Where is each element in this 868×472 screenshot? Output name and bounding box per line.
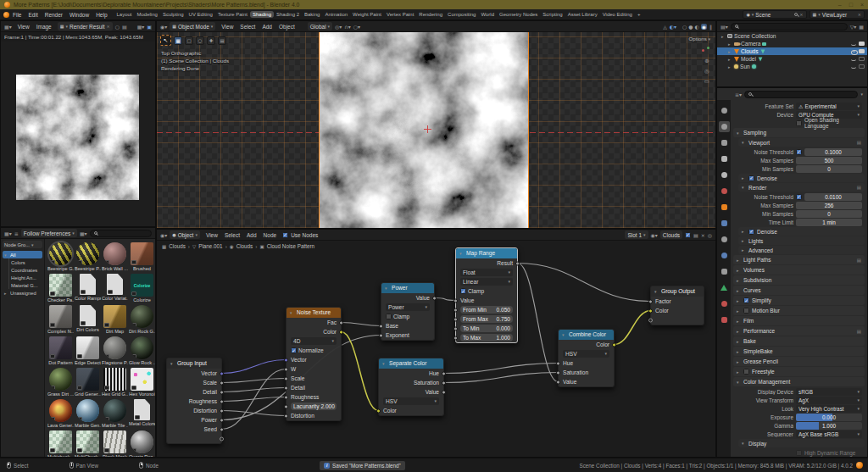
properties-tab-render[interactable]	[719, 121, 730, 132]
image-pin-icon[interactable]: ▣	[147, 24, 152, 30]
checkbox[interactable]	[743, 308, 749, 314]
slider-exposure[interactable]: 0.000	[796, 414, 862, 421]
outliner-item-camera[interactable]: ▸Camera	[717, 40, 867, 47]
breadcrumb-item[interactable]: Clouds	[169, 243, 186, 249]
prop-advanced[interactable]: ▸Advanced	[738, 246, 865, 254]
properties-tab-output[interactable]	[719, 137, 730, 148]
disable-in-renders-icon[interactable]	[859, 42, 865, 46]
options-dropdown[interactable]: Options ▾	[688, 36, 710, 42]
socket-color[interactable]	[339, 330, 343, 334]
shader-menu-view[interactable]: View	[203, 232, 221, 238]
field-min-samples[interactable]: 0	[796, 210, 862, 218]
workspace-tab-shading-2[interactable]: Shading 2	[274, 11, 302, 18]
socket-exponent[interactable]	[379, 333, 383, 337]
catalog-unassigned[interactable]: ▸Unassigned	[3, 289, 42, 297]
select-tool-button[interactable]: ↖	[160, 35, 171, 46]
pause-render-button[interactable]: ‖	[709, 24, 712, 30]
mode-selector[interactable]: ▦Object Mode▾	[170, 22, 215, 31]
slider-gamma[interactable]: 1.000	[796, 422, 862, 430]
asset-item-grass-dirt[interactable]: Grass Dirt ...	[47, 368, 74, 397]
solid-shading-icon[interactable]: ●	[688, 24, 693, 30]
overlays-icon[interactable]: ◐▾	[670, 24, 676, 30]
tweak-tool-button[interactable]: ▦	[174, 36, 182, 45]
node-select-linear[interactable]: Linear▾	[460, 278, 513, 286]
workspace-tab-geometry-nodes[interactable]: Geometry Nodes	[497, 11, 540, 18]
checkbox[interactable]	[796, 149, 802, 155]
app-menu-icon[interactable]	[3, 12, 9, 18]
workspace-tab-rendering[interactable]: Rendering	[416, 11, 445, 18]
menu-render[interactable]: Render	[42, 12, 66, 18]
unlink-icon[interactable]: ×	[107, 24, 110, 29]
workspace-tab-sculpting[interactable]: Sculpting	[160, 11, 186, 18]
properties-tab-object[interactable]	[719, 202, 730, 213]
asset-item-quartz-roc[interactable]: Quartz Roc...	[129, 430, 155, 457]
menu-edit[interactable]: Edit	[25, 12, 41, 18]
menu-help[interactable]: Help	[92, 12, 110, 18]
socket-to-max[interactable]	[453, 336, 458, 340]
socket-factor[interactable]	[648, 299, 653, 303]
prop-color-management[interactable]: ▾Color Management	[733, 377, 865, 386]
asset-item-beestripe-p[interactable]: Beestripe P...	[75, 242, 101, 272]
checkbox[interactable]	[796, 120, 802, 126]
display-settings-icon[interactable]: ▦▾	[80, 230, 87, 236]
prop-lights[interactable]: ▸Lights	[738, 236, 865, 245]
select-feature-set[interactable]: ⚠Experimental▾	[796, 103, 862, 110]
node-separate-color[interactable]: ▾Separate ColorHueSaturationValueHSV▾Col…	[378, 358, 444, 416]
socket-roughness[interactable]	[220, 399, 224, 403]
node-select-hsv[interactable]: HSV▾	[563, 350, 609, 358]
scene-selector[interactable]: ◉▾Scene×	[743, 10, 806, 19]
node-select-hsv[interactable]: HSV▾	[383, 397, 439, 405]
node-group-input[interactable]: ▾Group InputVectorScaleDetailRoughnessDi…	[166, 358, 222, 444]
asset-item-hex-grid-g[interactable]: Hex Grid G...	[102, 368, 128, 397]
asset-item-beestripe-g[interactable]: Beestripe G...	[47, 242, 74, 272]
asset-item-flagstone-p[interactable]: Flagstone P...	[102, 336, 128, 366]
asset-item-glow-rock[interactable]: Glow Rock ...	[129, 336, 155, 366]
socket-power[interactable]	[220, 418, 224, 422]
checkbox-normalize[interactable]	[291, 347, 297, 353]
workspace-tab-uv-editing[interactable]: UV Editing	[186, 11, 215, 18]
viewport-menu-view[interactable]: View	[218, 24, 236, 30]
properties-tab-physics[interactable]	[719, 250, 730, 261]
socket-roughness[interactable]	[284, 395, 288, 399]
asset-item-grid-gener[interactable]: Grid Gener...	[75, 368, 101, 397]
editor-type-icon[interactable]: ▦▾	[4, 230, 12, 236]
workspace-tab-compositing[interactable]: Compositing	[445, 11, 478, 18]
prop-light-paths[interactable]: ▸Light Paths▤	[733, 255, 865, 264]
socket-detail[interactable]	[220, 390, 224, 394]
fake-user-toggle[interactable]	[685, 232, 691, 238]
properties-tab-modifiers[interactable]	[719, 218, 730, 229]
disable-in-renders-icon[interactable]	[859, 64, 865, 69]
asset-item-plank-mask[interactable]: Plank Mask	[102, 430, 128, 457]
viewlayer-selector[interactable]: ▦▾ViewLayer×	[810, 10, 865, 19]
image-menu-view[interactable]: View	[14, 24, 33, 30]
copy-material-icon[interactable]: ▤	[693, 232, 698, 238]
socket-base[interactable]	[379, 324, 383, 328]
node-select-4d[interactable]: 4D▾	[291, 337, 337, 345]
move-tool-button[interactable]: ✚	[207, 36, 215, 45]
new-image-icon[interactable]: ○	[115, 24, 120, 30]
display-channels-icon[interactable]: ▦▾	[137, 24, 145, 30]
node-header[interactable]: ▾Combine Color	[559, 330, 614, 340]
socket-scale[interactable]	[284, 376, 288, 380]
viewport-menu-select[interactable]: Select	[236, 24, 259, 30]
node-header[interactable]: ▾Group Input	[167, 358, 221, 369]
node-power[interactable]: ▾PowerValuePower▾ClampBaseExponent	[381, 282, 435, 341]
editor-type-icon[interactable]: ◉▾	[160, 232, 167, 238]
outliner-search[interactable]	[731, 23, 848, 31]
browse-material-icon[interactable]: ◉▾	[651, 232, 658, 238]
field-min-samples[interactable]: 0	[796, 165, 862, 173]
select-display-device[interactable]: sRGB▾	[796, 388, 862, 396]
select-sequencer[interactable]: AgX Base sRGB▾	[796, 430, 862, 438]
socket-color[interactable]	[376, 408, 381, 413]
outliner-item-clouds[interactable]: ▸Clouds	[717, 47, 867, 55]
properties-tab-material[interactable]	[719, 298, 730, 309]
node-field-to-min[interactable]: To Min0.000	[460, 325, 513, 332]
workspace-tab-scripting[interactable]: Scripting	[540, 11, 565, 18]
prop-volumes[interactable]: ▸Volumes	[733, 265, 865, 275]
prop-sampling[interactable]: ▾Sampling	[733, 128, 865, 137]
node-header[interactable]: ▾Group Output	[651, 286, 704, 297]
socket-distortion[interactable]	[284, 414, 288, 418]
checkbox[interactable]	[796, 194, 802, 200]
properties-tab-object-data[interactable]	[719, 282, 730, 293]
asset-item-dirt-colors[interactable]: Dirt Colors	[75, 305, 101, 335]
